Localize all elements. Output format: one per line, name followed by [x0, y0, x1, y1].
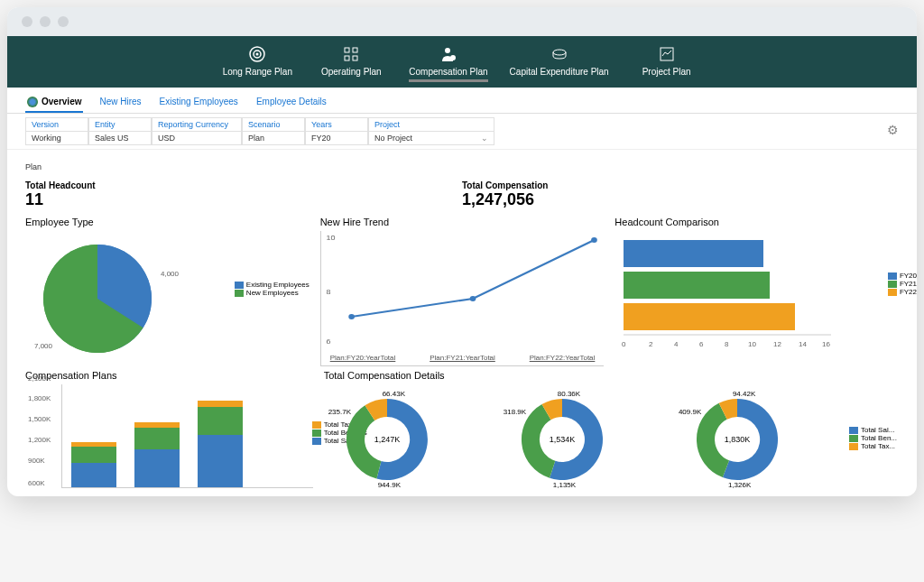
- svg-rect-20: [624, 240, 763, 267]
- donut-row: 1,247K 235.7K 66.43K 944.9K 1,534K 318.9…: [324, 390, 899, 489]
- svg-text:6: 6: [326, 337, 330, 346]
- window-dot: [40, 16, 51, 27]
- donut-fy20: 1,247K 235.7K 66.43K 944.9K: [324, 390, 490, 489]
- legend-benefits: Total Ben...: [849, 434, 899, 442]
- svg-text:1,247K: 1,247K: [374, 435, 400, 444]
- legend-new: New Employees: [235, 289, 310, 297]
- nav-capital-expenditure[interactable]: Capital Expenditure Plan: [510, 45, 609, 82]
- svg-text:16: 16: [822, 340, 830, 348]
- nav-project-plan[interactable]: Project Plan: [631, 45, 703, 82]
- chart-compensation-details: Total Compensation Details 1,247K 235.7K…: [324, 370, 899, 489]
- window-dot: [22, 16, 32, 27]
- stacked-bar-body: 600K 900K 1,200K 1,500K 1,800K 2,100K To…: [61, 384, 313, 488]
- nav-compensation-plan[interactable]: Compensation Plan: [409, 45, 487, 82]
- chart-employee-type: Employee Type 4,000 7,000: [25, 217, 310, 366]
- tab-bar: Overview New Hires Existing Employees Em…: [7, 88, 917, 114]
- tab-new-hires[interactable]: New Hires: [97, 93, 143, 113]
- globe-icon: [27, 97, 38, 107]
- coin-icon: [510, 45, 609, 63]
- filter-project[interactable]: ProjectNo Project: [368, 117, 494, 145]
- svg-rect-21: [624, 272, 770, 299]
- svg-point-18: [469, 296, 476, 301]
- chart-headcount-comparison: Headcount Comparison 0246810121416 FY20 …: [614, 217, 899, 366]
- filter-currency[interactable]: Reporting CurrencyUSD: [152, 117, 242, 145]
- grid-icon: [315, 45, 387, 63]
- chart-compensation-plans: Compensation Plans 600K 900K 1,200K 1,50…: [25, 370, 313, 489]
- tab-overview[interactable]: Overview: [25, 93, 83, 113]
- nav-label: Long Range Plan: [223, 67, 292, 77]
- filter-years[interactable]: YearsFY20: [305, 117, 368, 145]
- person-icon: [409, 45, 487, 63]
- donut-fy22: 1,830K 409.9K 94.42K 1,326K: [674, 390, 840, 489]
- svg-text:8: 8: [326, 288, 330, 296]
- legend-existing: Existing Employees: [235, 281, 310, 289]
- svg-rect-5: [345, 56, 349, 60]
- svg-text:14: 14: [799, 340, 807, 348]
- svg-text:2: 2: [649, 340, 653, 348]
- xlabel: Plan:FY20:YearTotal: [330, 354, 396, 362]
- svg-text:10: 10: [326, 234, 335, 242]
- filter-scenario[interactable]: ScenarioPlan: [242, 117, 305, 145]
- svg-text:1,830K: 1,830K: [725, 435, 751, 444]
- metrics-row: Total Headcount 11 Total Compensation 1,…: [25, 180, 899, 209]
- svg-text:12: 12: [773, 340, 781, 348]
- nav-operating-plan[interactable]: Operating Plan: [315, 45, 387, 82]
- filter-entity[interactable]: EntitySales US: [88, 117, 152, 145]
- nav-label: Compensation Plan: [409, 67, 487, 77]
- svg-text:8: 8: [725, 340, 729, 348]
- charts-row-2: Compensation Plans 600K 900K 1,200K 1,50…: [25, 370, 899, 489]
- metric-compensation: Total Compensation 1,247,056: [462, 180, 899, 209]
- svg-text:4,000: 4,000: [161, 270, 180, 278]
- dashboard-content: Plan Total Headcount 11 Total Compensati…: [7, 150, 917, 496]
- hbar-body: 0246810121416 FY20 FY21 FY22: [614, 231, 899, 366]
- donut-fy21: 1,534K 318.9K 80.36K 1,135K: [499, 390, 665, 489]
- nav-label: Project Plan: [642, 67, 691, 77]
- app-window: Long Range Plan Operating Plan Compensat…: [7, 7, 917, 496]
- svg-point-2: [256, 53, 259, 56]
- svg-rect-10: [661, 48, 673, 60]
- svg-text:0: 0: [622, 340, 626, 348]
- legend-salary: Total Sal...: [849, 426, 899, 434]
- filter-bar: VersionWorking EntitySales US Reporting …: [7, 114, 917, 150]
- filter-version[interactable]: VersionWorking: [25, 117, 88, 145]
- nav-label: Operating Plan: [321, 67, 382, 77]
- tab-employee-details[interactable]: Employee Details: [254, 93, 328, 113]
- tab-existing-employees[interactable]: Existing Employees: [158, 93, 240, 113]
- chart-icon: [631, 45, 703, 63]
- legend-fy22: FY22: [888, 288, 917, 296]
- window-dot: [58, 16, 69, 27]
- main-nav: Long Range Plan Operating Plan Compensat…: [7, 45, 917, 82]
- metric-headcount: Total Headcount 11: [25, 180, 462, 209]
- charts-row-1: Employee Type 4,000 7,000: [25, 217, 899, 366]
- svg-point-17: [348, 314, 355, 319]
- svg-text:10: 10: [748, 340, 756, 348]
- svg-point-9: [553, 50, 566, 55]
- svg-rect-4: [353, 48, 357, 52]
- xlabel: Plan:FY22:YearTotal: [530, 354, 596, 362]
- svg-text:1,534K: 1,534K: [550, 435, 576, 444]
- section-label: Plan: [25, 162, 899, 171]
- target-icon: [221, 45, 293, 63]
- line-body: 10 8 6 Plan:FY20:YearTotal Plan:FY21:Yea…: [320, 231, 605, 366]
- svg-rect-6: [353, 56, 357, 60]
- svg-point-7: [445, 48, 450, 53]
- legend-taxes: Total Tax...: [849, 442, 899, 450]
- gear-icon[interactable]: ⚙: [887, 123, 899, 137]
- titlebar: [7, 7, 917, 36]
- svg-point-19: [591, 237, 597, 243]
- nav-label: Capital Expenditure Plan: [510, 67, 609, 77]
- svg-text:7,000: 7,000: [34, 342, 53, 350]
- svg-text:6: 6: [699, 340, 704, 348]
- legend-fy20: FY20: [888, 272, 917, 280]
- xlabel: Plan:FY21:YearTotal: [430, 354, 495, 362]
- pie-body: 4,000 7,000 Existing Employees New Emplo…: [25, 231, 310, 366]
- nav-long-range-plan[interactable]: Long Range Plan: [221, 45, 293, 82]
- svg-text:4: 4: [674, 340, 679, 348]
- main-nav-header: Long Range Plan Operating Plan Compensat…: [7, 36, 917, 88]
- svg-rect-22: [624, 303, 795, 330]
- chart-new-hire-trend: New Hire Trend 10 8 6 Plan:FY20:YearTota…: [320, 217, 605, 366]
- svg-point-8: [450, 55, 456, 60]
- legend-fy21: FY21: [888, 280, 917, 288]
- svg-rect-3: [345, 48, 349, 52]
